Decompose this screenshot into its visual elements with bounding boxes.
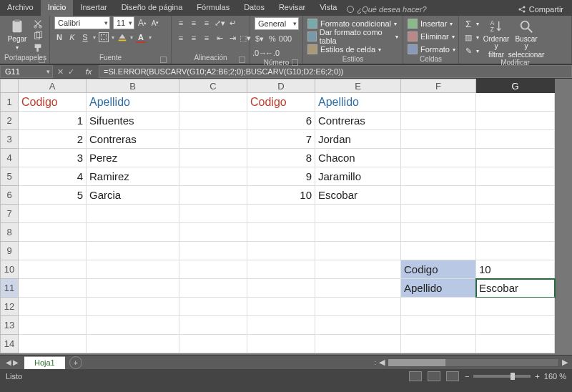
row-header[interactable]: 14: [0, 335, 19, 353]
cell[interactable]: [247, 316, 315, 335]
active-cell[interactable]: Escobar: [476, 279, 555, 298]
cell[interactable]: [401, 205, 476, 223]
add-sheet-button[interactable]: +: [69, 356, 82, 369]
cell[interactable]: [19, 335, 87, 353]
col-header[interactable]: G: [476, 79, 555, 93]
hscroll-left-icon[interactable]: ◀: [379, 358, 385, 367]
cell[interactable]: [87, 260, 179, 279]
row-header[interactable]: 8: [0, 223, 19, 242]
cell[interactable]: [179, 186, 247, 205]
cell[interactable]: [401, 167, 476, 186]
cell[interactable]: 4: [19, 167, 87, 186]
cell[interactable]: Codigo: [401, 260, 476, 279]
number-format-select[interactable]: General: [255, 17, 299, 30]
cell[interactable]: [87, 242, 179, 260]
align-center-icon[interactable]: ≡: [189, 33, 199, 43]
cell-styles-button[interactable]: Estilos de celda▾: [307, 44, 381, 55]
cell[interactable]: [476, 93, 555, 112]
cell[interactable]: 1: [19, 112, 87, 130]
cell[interactable]: [87, 298, 179, 316]
row-header[interactable]: 10: [0, 260, 19, 279]
cell[interactable]: [476, 205, 555, 223]
menu-tab-datos[interactable]: Datos: [237, 0, 272, 16]
row-header[interactable]: 13: [0, 316, 19, 335]
col-header[interactable]: F: [401, 79, 476, 93]
cell[interactable]: [401, 316, 476, 335]
col-header[interactable]: C: [179, 79, 247, 93]
row-header[interactable]: 7: [0, 205, 19, 223]
cell[interactable]: [476, 167, 555, 186]
decrease-decimal-icon[interactable]: ←.0: [267, 48, 277, 58]
cell[interactable]: 6: [247, 112, 315, 130]
cell[interactable]: [179, 167, 247, 186]
cell[interactable]: [19, 260, 87, 279]
merge-cells-icon[interactable]: ⬚▾: [240, 33, 250, 43]
cell[interactable]: 8: [247, 149, 315, 167]
bold-button[interactable]: N: [54, 32, 64, 42]
col-header[interactable]: A: [19, 79, 87, 93]
cell[interactable]: Codigo: [247, 93, 315, 112]
font-launcher-icon[interactable]: [160, 57, 167, 63]
cell[interactable]: [476, 149, 555, 167]
cell[interactable]: [247, 242, 315, 260]
cell[interactable]: [179, 242, 247, 260]
cell[interactable]: [401, 335, 476, 353]
select-all-corner[interactable]: [0, 79, 19, 93]
cell[interactable]: [179, 205, 247, 223]
cell[interactable]: [401, 242, 476, 260]
cell[interactable]: [476, 316, 555, 335]
cell[interactable]: 10: [476, 260, 555, 279]
cell[interactable]: [476, 242, 555, 260]
cell[interactable]: Escobar: [315, 186, 401, 205]
borders-icon[interactable]: [99, 32, 109, 42]
row-header[interactable]: 4: [0, 149, 19, 167]
align-left-icon[interactable]: ≡: [176, 33, 186, 43]
cell[interactable]: [401, 186, 476, 205]
copy-icon[interactable]: [33, 31, 43, 41]
wrap-text-icon[interactable]: ↵: [227, 18, 237, 28]
find-select-button[interactable]: Buscar y seleccionar: [513, 17, 539, 59]
view-page-break-icon[interactable]: [446, 371, 459, 381]
cell[interactable]: [315, 242, 401, 260]
cell[interactable]: [476, 223, 555, 242]
percent-format-icon[interactable]: %: [267, 34, 277, 44]
cell[interactable]: Contreras: [87, 130, 179, 149]
cell[interactable]: [19, 279, 87, 298]
cell[interactable]: Perez: [87, 149, 179, 167]
enter-formula-icon[interactable]: ✓: [68, 67, 74, 77]
cell[interactable]: [19, 242, 87, 260]
cell[interactable]: [19, 223, 87, 242]
cell[interactable]: [476, 112, 555, 130]
align-bottom-icon[interactable]: ≡: [202, 18, 212, 28]
cell[interactable]: [87, 223, 179, 242]
row-header[interactable]: 9: [0, 242, 19, 260]
zoom-level[interactable]: 160 %: [544, 372, 566, 381]
alignment-launcher-icon[interactable]: [239, 57, 245, 63]
clipboard-launcher-icon[interactable]: [39, 57, 45, 63]
cell[interactable]: [87, 335, 179, 353]
row-header[interactable]: 3: [0, 130, 19, 149]
cell[interactable]: [179, 112, 247, 130]
cell[interactable]: [19, 298, 87, 316]
cell[interactable]: [315, 260, 401, 279]
cell[interactable]: [315, 316, 401, 335]
row-header[interactable]: 2: [0, 112, 19, 130]
cell[interactable]: 2: [19, 130, 87, 149]
cell[interactable]: 5: [19, 186, 87, 205]
clear-button[interactable]: ✎▾: [463, 45, 479, 57]
cell[interactable]: [179, 316, 247, 335]
view-normal-icon[interactable]: [409, 371, 422, 381]
cell[interactable]: Contreras: [315, 112, 401, 130]
format-painter-icon[interactable]: [33, 43, 43, 53]
zoom-slider-knob[interactable]: [511, 373, 515, 380]
menu-tab-revisar[interactable]: Revisar: [272, 0, 312, 16]
cell[interactable]: [247, 260, 315, 279]
increase-decimal-icon[interactable]: .0→: [255, 48, 265, 58]
cell[interactable]: [476, 335, 555, 353]
worksheet-grid[interactable]: 1 2 3 4 5 6 7 8 9 10 11 12 13 14 A B C D…: [0, 79, 572, 355]
cell[interactable]: [401, 130, 476, 149]
sheet-nav-next-icon[interactable]: ▶: [13, 358, 19, 366]
align-top-icon[interactable]: ≡: [176, 18, 186, 28]
decrease-indent-icon[interactable]: ⇤: [214, 33, 225, 43]
cell[interactable]: [87, 205, 179, 223]
